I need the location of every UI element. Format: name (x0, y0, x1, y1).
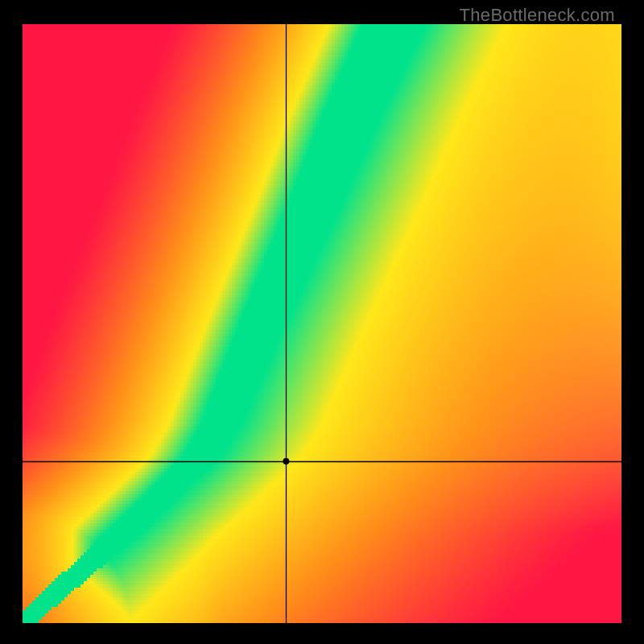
watermark-text: TheBottleneck.com (460, 5, 615, 26)
crosshair-overlay (23, 24, 621, 623)
chart-frame: TheBottleneck.com (0, 0, 644, 644)
